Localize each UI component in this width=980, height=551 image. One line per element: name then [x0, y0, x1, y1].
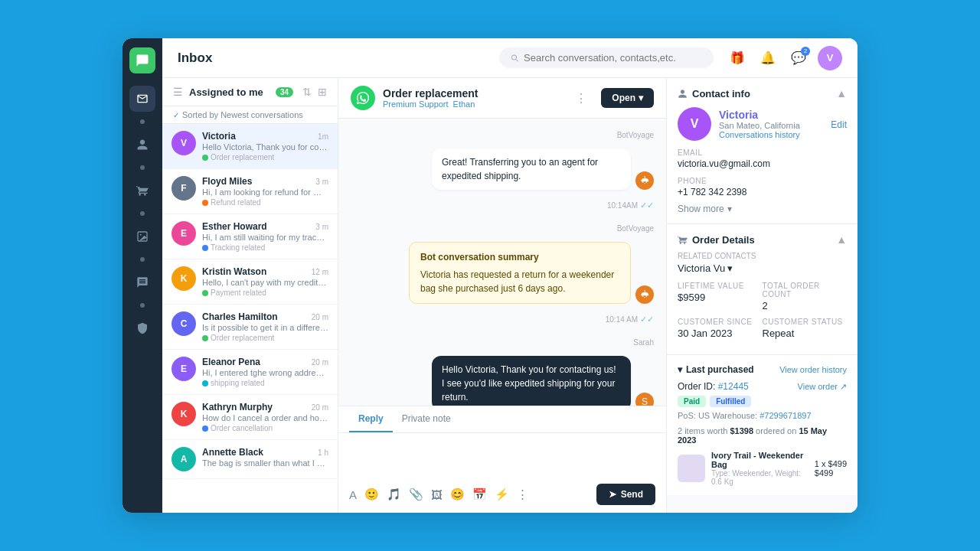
- sidebar-item-shield[interactable]: [129, 315, 155, 341]
- conv-list-header: ☰ Assigned to me 34 ⇅ ⊞: [162, 78, 338, 106]
- bell-icon-btn[interactable]: 🔔: [756, 47, 779, 70]
- pos-text: PoS: US Warehouse: #7299671897: [678, 411, 847, 420]
- open-button[interactable]: Open ▾: [601, 88, 654, 108]
- conv-msg: Hi, I am looking for refund for my 2 bag…: [202, 187, 328, 197]
- phone-label: Phone: [678, 177, 847, 185]
- filter-icon[interactable]: ☰: [173, 86, 183, 98]
- order-collapse-btn[interactable]: ▲: [836, 233, 847, 246]
- sidebar-item-chat[interactable]: [129, 269, 155, 295]
- last-purchased-title: ▾ Last purchased: [678, 364, 754, 375]
- search-input[interactable]: [524, 52, 703, 64]
- sort-icon[interactable]: ⇅: [302, 86, 312, 98]
- conv-item-victoria[interactable]: V Victoria 1m Hello Victoria, Thank you …: [162, 124, 338, 169]
- more-icon[interactable]: ⋮: [517, 487, 528, 501]
- conv-info-charles: Charles Hamilton 20 m Is it possible to …: [202, 311, 328, 342]
- message-bubble-1: Great! Transferring you to an agent for …: [432, 148, 631, 190]
- user-avatar[interactable]: V: [818, 46, 842, 70]
- product-row: Ivory Trail - Weekender Bag Type: Weeken…: [678, 451, 847, 486]
- last-purchased-header: ▾ Last purchased View order history: [678, 364, 847, 375]
- text-format-icon[interactable]: A: [349, 488, 357, 501]
- conv-item-kathryn[interactable]: K Kathryn Murphy 20 m How do I cancel a …: [162, 395, 338, 440]
- conv-item-kristin[interactable]: K Kristin Watson 12 m Hello, I can't pay…: [162, 259, 338, 305]
- chevron-down-icon: ▾: [639, 93, 643, 103]
- sidebar-item-cart[interactable]: [129, 178, 155, 204]
- conv-item-charles[interactable]: C Charles Hamilton 20 m Is it possible t…: [162, 305, 338, 350]
- contact-collapse-btn[interactable]: ▲: [836, 87, 847, 99]
- image-icon[interactable]: 🖼: [431, 488, 443, 501]
- conv-msg: Hello Victoria, Thank you for contacting…: [202, 142, 328, 152]
- sidebar-logo[interactable]: [129, 47, 155, 73]
- more-options-icon[interactable]: ⋮: [575, 91, 587, 106]
- sidebar-item-contacts[interactable]: [129, 132, 155, 158]
- audio-icon[interactable]: 🎵: [387, 487, 401, 501]
- emoji-icon[interactable]: 🙂: [364, 487, 379, 501]
- order-id-value[interactable]: #12445: [718, 381, 749, 392]
- chat-area: Order replacement Premium Support Ethan …: [338, 78, 666, 513]
- conv-item-eleanor[interactable]: E Eleanor Pena 20 m Hi, I entered tghe w…: [162, 350, 338, 395]
- conv-item-floyd[interactable]: F Floyd Miles 3 m Hi, I am looking for r…: [162, 169, 338, 214]
- conv-info-floyd: Floyd Miles 3 m Hi, I am looking for ref…: [202, 176, 328, 207]
- conv-avatar-kathryn: K: [172, 402, 196, 426]
- gift-icon-btn[interactable]: 🎁: [726, 47, 749, 70]
- order-details-header: Order Details ▲: [678, 233, 847, 246]
- svg-point-1: [140, 234, 142, 236]
- fulfilled-badge: Fulfilled: [710, 396, 751, 407]
- show-more-btn[interactable]: Show more ▾: [678, 204, 847, 214]
- attachment-icon[interactable]: 📎: [409, 487, 423, 501]
- contact-details: Victoria San Mateo, California Conversat…: [719, 109, 800, 139]
- search-bar[interactable]: [499, 47, 714, 68]
- conv-item-annette[interactable]: A Annette Black 1 h The bag is smaller t…: [162, 440, 338, 479]
- conv-avatar-victoria: V: [172, 131, 196, 155]
- view-order-link[interactable]: View order ↗: [798, 382, 847, 392]
- product-price-val: $499: [815, 468, 847, 478]
- conv-info-esther: Esther Howard 3 m Hi, I am still waiting…: [202, 221, 328, 252]
- last-purchased-section: ▾ Last purchased View order history Orde…: [667, 354, 858, 495]
- paid-badge: Paid: [678, 396, 706, 407]
- chevron-icon[interactable]: ▾: [727, 262, 733, 274]
- reply-input-area[interactable]: [338, 433, 666, 479]
- sidebar-item-inbox[interactable]: [129, 86, 155, 112]
- chat-header: Order replacement Premium Support Ethan …: [338, 78, 666, 119]
- tab-reply[interactable]: Reply: [349, 406, 393, 432]
- edit-link[interactable]: Edit: [831, 117, 847, 131]
- chat-header-info: Order replacement Premium Support Ethan: [383, 87, 567, 109]
- order-field-row-2: Customer since 30 Jan 2023 Customer stat…: [678, 318, 847, 345]
- reply-toolbar: A 🙂 🎵 📎 🖼 😊 📅 ⚡ ⋮ ➤ Send: [338, 479, 666, 513]
- view-icon[interactable]: ⊞: [318, 86, 327, 98]
- conv-name: Victoria: [202, 131, 236, 142]
- whatsapp-icon: [351, 86, 375, 110]
- tab-private-note[interactable]: Private note: [393, 406, 460, 432]
- chevron-left-icon[interactable]: ▾: [678, 364, 682, 375]
- conv-name: Esther Howard: [202, 221, 267, 232]
- conv-time: 20 m: [312, 403, 328, 412]
- send-button[interactable]: ➤ Send: [596, 484, 655, 505]
- bot-avatar-1: [635, 171, 654, 190]
- conv-msg: How do I cancel a order and how much w..…: [202, 413, 328, 422]
- view-order-history-link[interactable]: View order history: [779, 365, 847, 374]
- bot-sender-label-2: BotVoyage: [351, 224, 654, 233]
- lifetime-value-field: Lifetime value $9599: [678, 282, 763, 311]
- pos-id[interactable]: #7299671897: [760, 411, 811, 420]
- conv-avatar-floyd: F: [172, 176, 196, 201]
- contact-info-header: Contact info ▲: [678, 87, 847, 99]
- conv-time: 1m: [318, 132, 328, 141]
- chat-title: Order replacement: [383, 87, 567, 99]
- product-image: [678, 455, 705, 482]
- summary-title: Bot conversation summary: [420, 250, 619, 264]
- agent-label: Ethan: [453, 99, 475, 109]
- calendar-icon[interactable]: 📅: [472, 487, 487, 501]
- sidebar-item-images[interactable]: [129, 223, 155, 249]
- conv-item-esther[interactable]: E Esther Howard 3 m Hi, I am still waiti…: [162, 214, 338, 259]
- conv-time: 3 m: [315, 178, 328, 186]
- conv-msg: Hi, I entered tghe wrong address for the…: [202, 368, 328, 377]
- tag-dot: [202, 200, 208, 206]
- conv-tag: Payment related: [202, 289, 328, 297]
- conv-tag: shipping related: [202, 379, 328, 387]
- emoji2-icon[interactable]: 😊: [450, 487, 465, 501]
- command-icon[interactable]: ⚡: [495, 487, 509, 501]
- page-title: Inbox: [178, 51, 212, 66]
- message-bubble-3: Hello Victoria, Thank you for contacting…: [432, 356, 631, 406]
- contact-history-link[interactable]: Conversations history: [719, 130, 800, 139]
- chat-icon-btn[interactable]: 💬 2: [787, 47, 810, 70]
- conv-time: 12 m: [312, 268, 328, 276]
